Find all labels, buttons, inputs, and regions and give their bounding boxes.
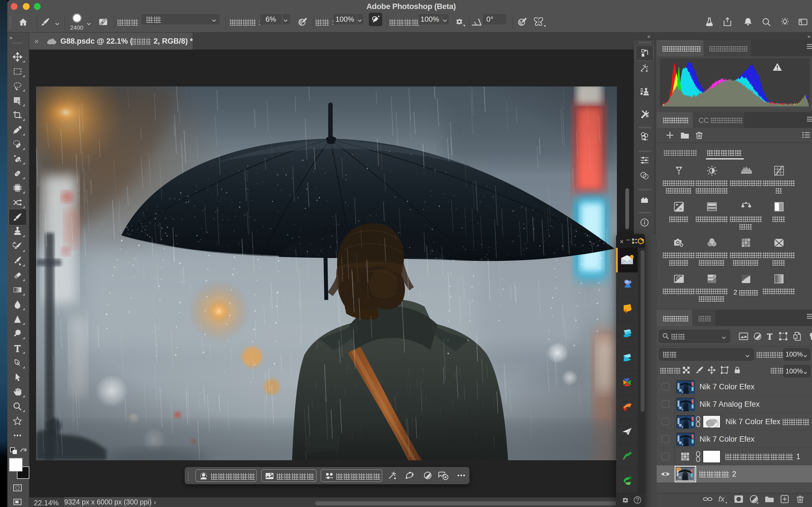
svg-text:fx: fx <box>718 495 725 503</box>
